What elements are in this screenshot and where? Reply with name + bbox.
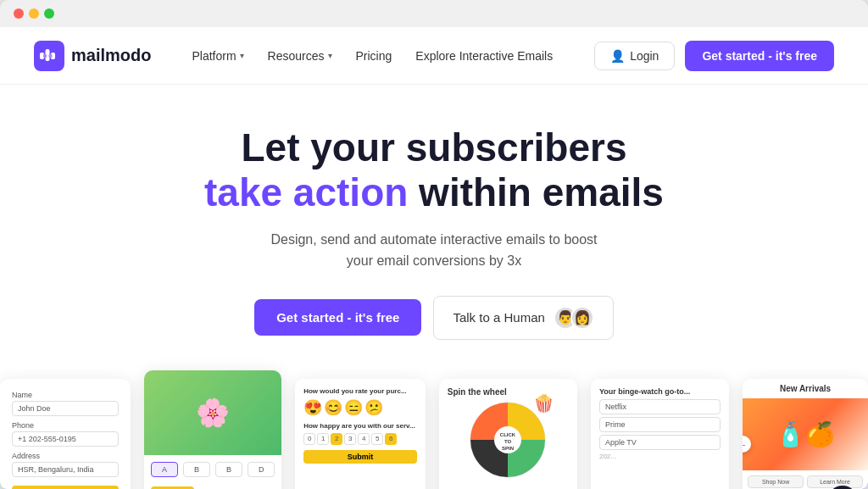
address-label: Address — [12, 452, 119, 460]
options-row: A B B D — [144, 455, 281, 484]
name-label: Name — [12, 391, 119, 399]
wheel-wrapper: 🍿 CLICK TO SPIN — [470, 402, 546, 481]
product-icon: 🧴🍊 — [776, 420, 835, 448]
arrivals-buttons: Shop Now Learn More — [743, 470, 868, 489]
streaming-title: Your binge-watch go-to... — [599, 387, 721, 396]
form-submit-button[interactable]: Submit — [12, 486, 119, 489]
nav-resources[interactable]: Resources ▾ — [268, 49, 332, 63]
close-button[interactable] — [14, 8, 24, 19]
logo-text: mailmodo — [71, 46, 151, 65]
arrivals-image: 🧴🍊 — [743, 398, 868, 470]
name-input[interactable]: John Doe — [12, 401, 119, 416]
option-a[interactable]: A — [151, 462, 178, 477]
option-b[interactable]: B — [183, 462, 210, 477]
maximize-button[interactable] — [44, 8, 54, 19]
svg-text:TO: TO — [504, 439, 512, 444]
get-started-button[interactable]: Get started - it's free — [685, 41, 834, 71]
nav-explore[interactable]: Explore Interactive Emails — [415, 49, 553, 63]
new-arrivals-title: New Arrivals — [743, 379, 868, 398]
num-1[interactable]: 1 — [317, 433, 329, 445]
avatar-group: 👨 👩 — [554, 306, 594, 330]
minimize-button[interactable] — [29, 8, 39, 19]
wheel-container: 🍿 CLICK TO SPIN — [448, 402, 569, 481]
hero-headline: Let your subscribers take action within … — [34, 125, 834, 215]
svg-rect-4 — [49, 54, 53, 58]
logo-icon — [34, 41, 64, 71]
rating-card: How would you rate your purc... 😍 😊 😑 😕 … — [295, 379, 426, 489]
emoji-rating: 😍 😊 😑 😕 — [303, 398, 417, 417]
logo[interactable]: mailmodo — [34, 41, 151, 71]
option-d[interactable]: D — [248, 462, 275, 477]
streaming-card: Your binge-watch go-to... Netflix Prime … — [591, 379, 729, 489]
nav-pricing[interactable]: Pricing — [356, 49, 392, 63]
browser-content: mailmodo Platform ▾ Resources ▾ Pricing … — [0, 27, 868, 489]
chevron-down-icon: ▾ — [328, 51, 332, 60]
hero-section: Let your subscribers take action within … — [0, 85, 868, 340]
card-image: 🌸 — [144, 370, 281, 455]
option-c[interactable]: B — [215, 462, 242, 477]
phone-input[interactable]: +1 202-555-0195 — [12, 431, 119, 447]
nav-links: Platform ▾ Resources ▾ Pricing Explore I… — [192, 49, 594, 63]
new-arrivals-card: New Arrivals 🧴🍊 Shop Now Learn More ← — [743, 379, 868, 489]
navbar: mailmodo Platform ▾ Resources ▾ Pricing … — [0, 27, 868, 85]
num-6[interactable]: 6 — [385, 433, 397, 445]
rating-submit-button[interactable]: Submit — [303, 450, 417, 464]
spin-wheel-card: Spin the wheel 🍿 CLICK — [439, 379, 577, 489]
phone-label: Phone — [12, 421, 119, 430]
num-0[interactable]: 0 — [303, 433, 315, 445]
numbers-rating: 0 1 2 3 4 5 6 — [303, 433, 417, 445]
avatar: 👩 — [570, 306, 594, 330]
talk-to-human-button[interactable]: Talk to a Human 👨 👩 — [433, 296, 613, 340]
arr-btn-1[interactable]: Shop Now — [748, 475, 804, 488]
hero-subheadline: Design, send and automate interactive em… — [256, 229, 612, 272]
rating-question-2: How happy are you with our serv... — [303, 422, 417, 430]
popcorn-icon: 🍿 — [533, 393, 554, 414]
nav-actions: 👤 Login Get started - it's free — [594, 41, 834, 71]
num-3[interactable]: 3 — [344, 433, 356, 445]
streaming-prime[interactable]: Prime — [599, 417, 721, 432]
address-input[interactable]: HSR, Bengaluru, India — [12, 462, 119, 477]
streaming-date: 202... — [599, 453, 721, 460]
rating-question-1: How would you rate your purc... — [303, 387, 417, 395]
num-4[interactable]: 4 — [358, 433, 370, 445]
svg-text:SPIN: SPIN — [502, 446, 514, 451]
emoji-1[interactable]: 😍 — [303, 398, 322, 417]
phone-field: Phone +1 202-555-0195 — [12, 421, 119, 447]
login-button[interactable]: 👤 Login — [594, 42, 675, 70]
arr-btn-2[interactable]: Learn More — [807, 475, 863, 488]
emoji-2[interactable]: 😊 — [324, 398, 342, 417]
cards-section: Name John Doe Phone +1 202-555-0195 Addr… — [0, 370, 868, 489]
rating-row-1: How would you rate your purc... — [303, 387, 417, 395]
hero-cta-button[interactable]: Get started - it's free — [254, 299, 421, 336]
svg-text:CLICK: CLICK — [500, 432, 516, 437]
flower-icon: 🌸 — [196, 397, 230, 429]
form-card: Name John Doe Phone +1 202-555-0195 Addr… — [0, 379, 131, 489]
streaming-netflix[interactable]: Netflix — [599, 399, 721, 414]
num-2[interactable]: 2 — [331, 433, 342, 445]
streaming-appletv[interactable]: Apple TV — [599, 435, 721, 450]
user-icon: 👤 — [610, 49, 625, 63]
svg-rect-3 — [43, 54, 47, 58]
nav-platform[interactable]: Platform ▾ — [192, 49, 243, 63]
name-field: Name John Doe — [12, 391, 119, 416]
browser-window: mailmodo Platform ▾ Resources ▾ Pricing … — [0, 0, 868, 489]
chevron-down-icon: ▾ — [240, 51, 244, 60]
emoji-3[interactable]: 😑 — [344, 398, 363, 417]
browser-titlebar — [0, 0, 868, 27]
image-options-card: 🌸 A B B D Next → — [144, 370, 281, 489]
traffic-lights — [14, 8, 54, 19]
emoji-4[interactable]: 😕 — [364, 398, 383, 417]
num-5[interactable]: 5 — [371, 433, 383, 445]
hero-buttons: Get started - it's free Talk to a Human … — [34, 296, 834, 340]
address-field: Address HSR, Bengaluru, India — [12, 452, 119, 477]
